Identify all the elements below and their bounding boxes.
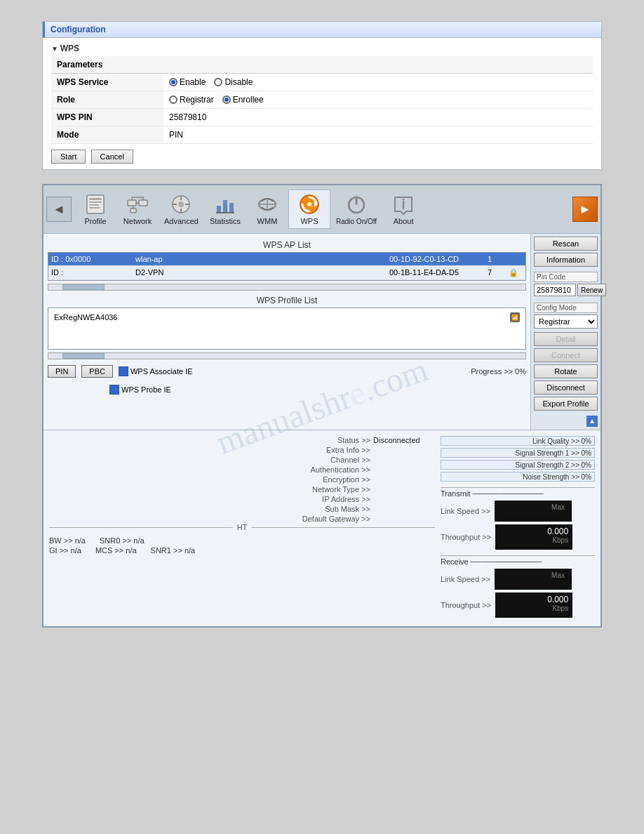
profile-list-scrollbar-thumb [62, 353, 105, 359]
svg-rect-8 [130, 208, 136, 213]
default-gateway-label: Default Gateway >> [302, 515, 370, 523]
wps-probe-ie-checkbox-icon [109, 385, 119, 395]
ap-mac-1: 00-1B-11-E4-DA-D5 [389, 268, 488, 277]
profile-list-container: ExRegNWEA4036 📶 [48, 307, 526, 350]
tab-statistics[interactable]: Statistics [204, 190, 246, 228]
ap-row-1[interactable]: ID : D2-VPN 00-1B-11-E4-DA-D5 7 🔒 [48, 266, 525, 280]
rx-link-speed-row: Link Speed >> Max [441, 569, 595, 590]
disable-radio[interactable]: Disable [214, 77, 253, 87]
mode-value: PIN [163, 126, 593, 144]
detail-button[interactable]: Detail [534, 332, 598, 346]
pin-code-row: Renew [534, 284, 598, 296]
rx-throughput-value: 0.000 [499, 595, 568, 604]
export-profile-button[interactable]: Export Profile [534, 397, 598, 411]
tab-wmm[interactable]: WMM [246, 190, 288, 228]
wps-ap-list-title: WPS AP List [48, 238, 526, 252]
signal-strength-2-bar: Signal Strength 2 >> 0% [441, 460, 595, 470]
ap-mac-0: 00-1D-92-C0-13-CD [389, 255, 488, 263]
wps-service-label: WPS Service [51, 74, 163, 91]
tab-advanced[interactable]: Advanced [159, 190, 204, 228]
network-type-value [373, 485, 429, 494]
tab-about[interactable]: About [382, 190, 424, 228]
registrar-radio-dot [169, 95, 177, 104]
receive-box: Receive ───────────── Link Speed >> Max … [441, 555, 595, 618]
cancel-button[interactable]: Cancel [91, 150, 133, 164]
progress-text: Progress >> 0% [471, 367, 526, 376]
channel-row: Channel >> [49, 456, 435, 464]
svg-rect-1 [89, 198, 102, 200]
stats-area: Status >> Disconnected Extra Info >> Cha… [43, 430, 601, 626]
config-title: Configuration [51, 25, 106, 34]
btn-row: PIN PBC WPS Associate IE Progress >> 0% [48, 362, 526, 380]
ap-num-1: 7 [488, 268, 509, 277]
back-button[interactable]: ◄ [46, 197, 72, 222]
about-icon [392, 193, 415, 216]
ap-id-0: ID : 0x0000 [51, 255, 135, 263]
rescan-button[interactable]: Rescan [534, 237, 598, 251]
pbc-button[interactable]: PBC [81, 365, 113, 378]
registrar-radio[interactable]: Registrar [169, 95, 214, 105]
encryption-value [373, 475, 429, 484]
enrollee-radio-dot [222, 95, 231, 104]
tab-network[interactable]: Network [116, 190, 159, 228]
rx-max-label: Max [499, 571, 568, 580]
tab-radio-onoff[interactable]: Radio On/Off [330, 191, 382, 228]
encryption-label: Encryption >> [323, 475, 370, 484]
config-mode-select[interactable]: Registrar Enrollee [534, 315, 598, 329]
rx-throughput-display: 0.000 Kbps [495, 593, 572, 618]
pin-button[interactable]: PIN [48, 365, 76, 378]
tx-throughput-value: 0.000 [499, 527, 568, 536]
tab-wps[interactable]: WPS [288, 190, 330, 229]
radio-onoff-label: Radio On/Off [336, 218, 377, 225]
enrollee-radio[interactable]: Enrollee [222, 95, 264, 105]
signal-strength-2-text: Signal Strength 2 >> 0% [516, 461, 591, 470]
enable-radio[interactable]: Enable [169, 77, 206, 87]
mode-row: Mode PIN [51, 126, 593, 144]
profile-row-0[interactable]: ExRegNWEA4036 📶 [48, 308, 525, 326]
ap-list-scrollbar[interactable] [48, 284, 526, 291]
auth-value [373, 465, 429, 474]
rotate-button[interactable]: Rotate [534, 364, 598, 378]
link-quality-row: Link Quality >> 0% [441, 436, 595, 446]
default-gateway-row: Default Gateway >> [49, 515, 435, 523]
information-button[interactable]: Information [534, 253, 598, 267]
disconnect-button[interactable]: Disconnect [534, 380, 598, 395]
tab-profile[interactable]: Profile [74, 190, 116, 228]
sub-mask-value [373, 505, 429, 513]
ap-col-0 [509, 255, 523, 263]
ap-num-0: 1 [488, 255, 509, 263]
tx-throughput-unit: Kbps [499, 536, 568, 544]
ap-row-selected[interactable]: ID : 0x0000 wlan-ap 00-1D-92-C0-13-CD 1 [48, 253, 525, 266]
svg-point-11 [178, 201, 184, 207]
pin-code-box: Pin Code Renew [534, 272, 598, 296]
mode-label: Mode [51, 126, 163, 144]
rx-throughput-unit: Kbps [499, 604, 568, 612]
scroll-up-btn[interactable]: ▲ [586, 416, 598, 427]
radio-onoff-icon [345, 194, 368, 216]
start-button[interactable]: Start [51, 150, 86, 164]
wps-probe-ie-check[interactable]: WPS Probe IE [109, 385, 171, 395]
app-panel: manualshre.com ◄ Profile [42, 184, 602, 628]
network-label: Network [123, 217, 152, 225]
tx-throughput-row: Throughput >> 0.000 Kbps [441, 524, 595, 550]
statistics-icon [214, 193, 236, 216]
connect-button[interactable]: Connect [534, 348, 598, 362]
params-label: Parameters [51, 56, 593, 74]
forward-button[interactable]: ► [572, 197, 598, 222]
content-area: WPS AP List ID : 0x0000 wlan-ap 00-1D-92… [43, 234, 601, 430]
wps-section-header: WPS [51, 44, 593, 53]
wps-pin-value: 25879810 [163, 109, 593, 126]
pin-renew-button[interactable]: Renew [577, 284, 606, 296]
bw-label: BW >> n/a [49, 536, 86, 545]
pin-code-input[interactable] [534, 284, 576, 296]
tx-link-speed-display: Max [495, 501, 572, 522]
role-row: Role Registrar Enrollee [51, 91, 593, 109]
extra-info-row: Extra Info >> [49, 446, 435, 454]
profile-list-scrollbar[interactable] [48, 352, 526, 359]
snr1-label: SNR1 >> n/a [151, 546, 196, 555]
pin-code-label: Pin Code [534, 272, 598, 282]
svg-rect-2 [89, 201, 102, 203]
wps-associate-ie-check[interactable]: WPS Associate IE [119, 366, 193, 376]
config-title-bar: Configuration [43, 22, 601, 38]
stats-right: Link Quality >> 0% Signal Strength 1 >> … [441, 436, 595, 621]
